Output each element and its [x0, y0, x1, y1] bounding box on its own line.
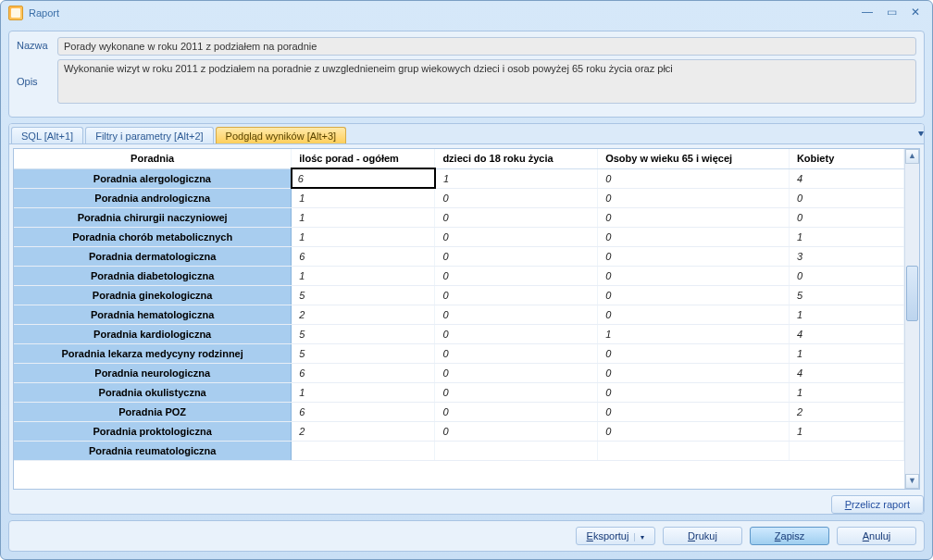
name-field[interactable]: Porady wykonane w roku 2011 z podziałem …	[57, 37, 916, 56]
row-header-cell[interactable]: Poradnia POZ	[14, 403, 292, 422]
data-cell[interactable]	[598, 442, 790, 461]
data-cell[interactable]: 4	[789, 364, 903, 383]
table-row[interactable]: Poradnia kardiologiczna5014	[14, 325, 904, 344]
data-cell[interactable]	[789, 442, 903, 461]
col-ilosc[interactable]: ilośc porad - ogółem	[292, 149, 435, 168]
data-cell[interactable]: 5	[292, 325, 435, 344]
data-cell[interactable]: 2	[292, 305, 435, 325]
row-header-cell[interactable]: Poradnia lekarza medycyny rodzinnej	[14, 344, 292, 364]
table-row[interactable]: Poradnia ginekologiczna5005	[14, 286, 904, 305]
data-cell[interactable]: 0	[789, 188, 903, 208]
col-poradnia[interactable]: Poradnia	[14, 149, 292, 168]
data-cell[interactable]: 0	[598, 247, 790, 267]
table-row[interactable]: Poradnia dermatologiczna6003	[14, 247, 904, 267]
data-cell[interactable]: 0	[435, 188, 598, 208]
data-cell[interactable]: 1	[598, 325, 790, 344]
dropdown-icon[interactable]: ▾	[634, 533, 644, 541]
data-cell[interactable]: 5	[292, 286, 435, 305]
row-header-cell[interactable]: Poradnia okulistyczna	[14, 383, 292, 403]
data-cell[interactable]	[292, 442, 435, 461]
scroll-down-icon[interactable]: ▼	[905, 474, 919, 489]
data-cell[interactable]: 4	[789, 168, 903, 188]
data-cell[interactable]: 1	[292, 383, 435, 403]
data-cell[interactable]: 0	[598, 188, 790, 208]
tab-filtry[interactable]: Filtry i parametry [Alt+2]	[85, 127, 213, 143]
data-cell[interactable]: 6	[292, 247, 435, 267]
data-cell[interactable]: 3	[789, 247, 903, 267]
table-row[interactable]: Poradnia POZ6002	[14, 403, 904, 422]
table-row[interactable]: Poradnia proktologiczna2001	[14, 422, 904, 442]
table-row[interactable]: Poradnia chorób metabolicznych1001	[14, 228, 904, 247]
table-row[interactable]: Poradnia andrologiczna1000	[14, 188, 904, 208]
data-cell[interactable]: 5	[292, 344, 435, 364]
row-header-cell[interactable]: Poradnia chorób metabolicznych	[14, 228, 292, 247]
desc-field[interactable]: Wykonanie wizyt w roku 2011 z podziałem …	[57, 59, 916, 104]
data-cell[interactable]: 0	[598, 286, 790, 305]
data-cell[interactable]: 0	[435, 403, 598, 422]
row-header-cell[interactable]: Poradnia kardiologiczna	[14, 325, 292, 344]
scroll-track[interactable]	[905, 164, 919, 474]
data-cell[interactable]: 0	[435, 383, 598, 403]
data-cell[interactable]: 0	[598, 422, 790, 442]
data-cell[interactable]: 0	[435, 267, 598, 286]
data-cell[interactable]: 0	[789, 267, 903, 286]
tab-overflow-icon[interactable]: ▾▾	[918, 128, 920, 138]
row-header-cell[interactable]: Poradnia andrologiczna	[14, 188, 292, 208]
anuluj-button[interactable]: Anuluj	[837, 527, 916, 545]
table-row[interactable]: Poradnia hematologiczna2001	[14, 305, 904, 325]
table-row[interactable]: Poradnia alergologiczna6104	[14, 168, 904, 188]
data-cell[interactable]: 0	[598, 267, 790, 286]
data-cell[interactable]: 0	[435, 364, 598, 383]
maximize-button[interactable]: ▭	[882, 6, 901, 19]
data-cell[interactable]: 6	[292, 364, 435, 383]
row-header-cell[interactable]: Poradnia ginekologiczna	[14, 286, 292, 305]
data-cell[interactable]: 1	[292, 228, 435, 247]
data-cell[interactable]: 1	[292, 267, 435, 286]
data-cell[interactable]: 1	[789, 422, 903, 442]
table-row[interactable]: Poradnia diabetologiczna1000	[14, 267, 904, 286]
scroll-up-icon[interactable]: ▲	[905, 149, 919, 164]
col-osoby65[interactable]: Osoby w wieku 65 i więcej	[598, 149, 790, 168]
data-cell[interactable]: 1	[789, 383, 903, 403]
data-cell[interactable]: 0	[435, 344, 598, 364]
row-header-cell[interactable]: Poradnia chirurgii naczyniowej	[14, 208, 292, 228]
vertical-scrollbar[interactable]: ▲ ▼	[904, 149, 919, 489]
data-cell[interactable]: 4	[789, 325, 903, 344]
row-header-cell[interactable]: Poradnia hematologiczna	[14, 305, 292, 325]
scroll-thumb[interactable]	[906, 266, 918, 321]
table-row[interactable]: Poradnia reumatologiczna	[14, 442, 904, 461]
data-cell[interactable]: 0	[598, 364, 790, 383]
data-cell[interactable]: 0	[435, 228, 598, 247]
data-cell[interactable]: 1	[789, 228, 903, 247]
row-header-cell[interactable]: Poradnia alergologiczna	[14, 168, 292, 188]
data-cell[interactable]: 0	[435, 208, 598, 228]
data-cell[interactable]: 1	[292, 188, 435, 208]
tab-podglad[interactable]: Podgląd wyników [Alt+3]	[216, 127, 347, 143]
zapisz-button[interactable]: Zapisz	[750, 527, 829, 545]
minimize-button[interactable]: —	[858, 6, 877, 19]
row-header-cell[interactable]: Poradnia neurologiczna	[14, 364, 292, 383]
table-row[interactable]: Poradnia chirurgii naczyniowej1000	[14, 208, 904, 228]
col-dzieci[interactable]: dzieci do 18 roku życia	[435, 149, 598, 168]
eksportuj-button[interactable]: Eksportuj▾	[576, 527, 655, 545]
data-cell[interactable]: 0	[598, 305, 790, 325]
data-cell[interactable]: 6	[292, 403, 435, 422]
row-header-cell[interactable]: Poradnia reumatologiczna	[14, 442, 292, 461]
data-cell[interactable]: 1	[789, 344, 903, 364]
data-cell[interactable]: 0	[598, 403, 790, 422]
data-cell[interactable]: 0	[598, 344, 790, 364]
data-cell[interactable]: 1	[435, 168, 598, 188]
table-row[interactable]: Poradnia neurologiczna6004	[14, 364, 904, 383]
row-header-cell[interactable]: Poradnia diabetologiczna	[14, 267, 292, 286]
data-cell[interactable]: 0	[435, 247, 598, 267]
data-cell[interactable]: 0	[435, 422, 598, 442]
data-cell[interactable]: 0	[435, 325, 598, 344]
data-cell[interactable]: 2	[789, 403, 903, 422]
data-cell[interactable]: 5	[789, 286, 903, 305]
data-cell[interactable]: 0	[435, 305, 598, 325]
data-cell[interactable]: 1	[292, 208, 435, 228]
row-header-cell[interactable]: Poradnia dermatologiczna	[14, 247, 292, 267]
data-cell[interactable]: 0	[598, 383, 790, 403]
data-cell[interactable]: 0	[598, 208, 790, 228]
data-cell[interactable]	[435, 442, 598, 461]
